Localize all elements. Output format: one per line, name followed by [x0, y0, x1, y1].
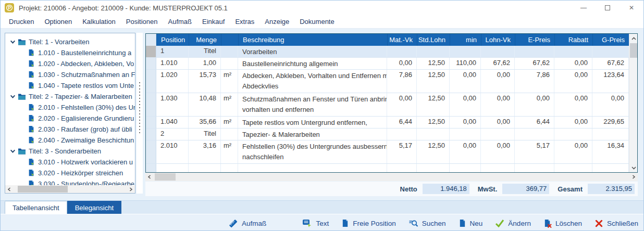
- scroll-right-icon[interactable]: [127, 185, 135, 193]
- menu-item-extras[interactable]: Extras: [230, 15, 259, 28]
- cell-matvk: 0,00: [387, 93, 417, 116]
- cell-menge: 3,16: [189, 140, 221, 163]
- table-row[interactable]: 1.03010,48m²Schutzmaßnahmen an Fenster u…: [146, 93, 629, 117]
- table-row[interactable]: 1.0101,00Baustelleneinrichtung allgemein…: [146, 58, 629, 70]
- app-logo-icon: [5, 3, 14, 12]
- header-menge[interactable]: Menge: [189, 34, 221, 46]
- menu-item-drucken[interactable]: Drucken: [4, 15, 39, 28]
- tree-node-title[interactable]: Titel: 2 - Tapezier- & Malerarbeiten: [5, 91, 135, 102]
- scroll-down-icon[interactable]: [629, 163, 638, 172]
- cell-pos: 2: [156, 129, 189, 140]
- header-beschreibung[interactable]: Beschreibung: [238, 34, 387, 46]
- cell-unit: [221, 58, 238, 69]
- toolbar-button-schließen[interactable]: Schließen: [595, 219, 638, 228]
- cell-marker: [146, 117, 156, 128]
- toolbar-button-neu[interactable]: Neu: [459, 219, 483, 227]
- toolbar-button-label: Aufmaß: [242, 220, 266, 227]
- document-icon: [27, 158, 35, 166]
- toolbar-button-freie-position[interactable]: Freie Position: [341, 219, 396, 227]
- menu-item-anzeige[interactable]: Anzeige: [259, 15, 294, 28]
- grid-vertical-scrollbar[interactable]: [629, 34, 637, 172]
- scroll-left-icon[interactable]: [145, 173, 154, 181]
- chevron-down-icon[interactable]: [9, 39, 16, 45]
- grid-body: 1TitelVorarbeiten1.0101,00Baustelleneinr…: [146, 46, 629, 172]
- tree-horizontal-scrollbar[interactable]: [5, 185, 135, 193]
- header-std-lohn[interactable]: Std.Lohn: [417, 34, 450, 46]
- header-min[interactable]: min: [450, 34, 481, 46]
- tree-node-position[interactable]: 3.020 - Heizkörper streichen: [5, 168, 135, 178]
- description-line: vorhalten und entfernen: [242, 105, 387, 115]
- tree-node-position[interactable]: 1.010 - Baustelleneinrichtung a: [5, 47, 135, 58]
- header-g-preis[interactable]: G-Preis: [592, 34, 629, 46]
- menu-item-optionen[interactable]: Optionen: [39, 15, 77, 28]
- toolbar-button-aufmaß[interactable]: Aufmaß: [228, 219, 266, 228]
- chevron-down-icon[interactable]: [9, 94, 16, 99]
- header-lohn-vk[interactable]: Lohn-Vk: [481, 34, 515, 46]
- cell-matvk: 6,44: [387, 117, 417, 128]
- grid-vscroll-thumb[interactable]: [630, 43, 637, 58]
- tree-scroll-thumb[interactable]: [18, 186, 68, 192]
- cell-besch: Abdecken, Abkleben, Vorhalten und Entfer…: [238, 70, 387, 93]
- maximize-button[interactable]: [596, 1, 620, 15]
- cell-pos: 1.040: [156, 117, 189, 128]
- menu-item-positionen[interactable]: Positionen: [121, 15, 163, 28]
- table-row[interactable]: 1TitelVorarbeiten: [146, 46, 629, 58]
- cell-matvk: [387, 46, 417, 57]
- header-unit[interactable]: [221, 34, 238, 46]
- grid-horizontal-scrollbar[interactable]: [145, 173, 638, 181]
- tree-node-position[interactable]: 2.020 - Egalisierende Grundieru: [5, 113, 135, 124]
- tab-tabellenansicht[interactable]: Tabellenansicht: [5, 201, 67, 214]
- close-button[interactable]: ✕: [620, 1, 643, 15]
- totals-bar: Netto 1.946,18 MwSt. 369,77 Gesamt 2.315…: [145, 182, 638, 196]
- tree-node-title[interactable]: Titel: 1 - Vorarbeiten: [5, 36, 135, 47]
- tree-node-label: 2.030 - Raufaser (grob) auf übli: [38, 125, 132, 133]
- header-mat-vk[interactable]: Mat.-Vk: [387, 34, 417, 46]
- tree-node-position[interactable]: 1.020 - Abdecken, Abkleben, Vo: [5, 58, 135, 69]
- tree-node-position[interactable]: 2.040 - Zweimalige Beschichtun: [5, 135, 135, 146]
- panel-splitter[interactable]: [137, 33, 143, 194]
- description-line: Tapete restlos vom Untergrund entfernen,: [242, 118, 387, 128]
- description-line: Abdecken, Abkleben, Vorhalten und Entfer…: [242, 71, 387, 81]
- menu-item-einkauf[interactable]: Einkauf: [197, 15, 230, 28]
- cell-marker: [146, 164, 156, 172]
- table-row[interactable]: 1.02015,73m²Abdecken, Abkleben, Vorhalte…: [146, 70, 629, 93]
- menu-item-kalkulation[interactable]: Kalkulation: [77, 15, 121, 28]
- cell-matvk: [387, 164, 417, 172]
- cell-lohnvk: 0,00: [481, 117, 515, 128]
- cell-besch: Tapezier- & Malerarbeiten: [238, 129, 387, 140]
- minimize-button[interactable]: —: [572, 1, 596, 15]
- scroll-up-icon[interactable]: [629, 34, 638, 43]
- cell-menge: Titel: [189, 129, 221, 140]
- tab-belegansicht[interactable]: Belegansicht: [67, 201, 121, 214]
- table-row[interactable]: 1.04035,66m²Tapete restlos vom Untergrun…: [146, 117, 629, 129]
- view-tab-bar: Tabellenansicht Belegansicht: [1, 200, 643, 214]
- cell-min: 0,00: [450, 93, 481, 116]
- toolbar-button-löschen[interactable]: Löschen: [543, 219, 582, 228]
- table-row[interactable]: 2.0103,16m²Fehlstellen (30%) des Untergr…: [146, 140, 629, 164]
- header-e-preis[interactable]: E-Preis: [515, 34, 554, 46]
- tree-node-position[interactable]: 2.010 - Fehlstellen (30%) des Un: [5, 102, 135, 113]
- table-row[interactable]: 2TitelTapezier- & Malerarbeiten: [146, 129, 629, 140]
- toolbar-button-suchen[interactable]: Suchen: [408, 219, 446, 228]
- header-rabatt[interactable]: Rabatt: [554, 34, 592, 46]
- tree-node-position[interactable]: 3.010 - Holzwerk vorlackieren u: [5, 157, 135, 168]
- menu-item-aufmaß[interactable]: Aufmaß: [163, 15, 197, 28]
- scroll-right-icon[interactable]: [629, 173, 638, 181]
- bottom-toolbar: Aufmaß TextFreie PositionSuchenNeuÄndern…: [1, 214, 643, 231]
- tree-node-position[interactable]: 1.030 - Schutzmaßnahmen an F: [5, 69, 135, 80]
- toolbar-button-text[interactable]: Text: [302, 219, 329, 228]
- header-position[interactable]: Position: [156, 34, 189, 46]
- cell-marker: [146, 46, 156, 57]
- tree-node-title[interactable]: Titel: 3 - Sonderarbeiten: [5, 146, 135, 157]
- toolbar-button-ändern[interactable]: Ändern: [495, 219, 531, 227]
- cell-min: 0,00: [450, 70, 481, 93]
- grid-hscroll-thumb[interactable]: [155, 173, 176, 181]
- cell-pos: 1.030: [156, 93, 189, 116]
- description-line: Baustelleneinrichtung allgemein: [242, 59, 387, 69]
- tree-node-position[interactable]: 2.030 - Raufaser (grob) auf übli: [5, 124, 135, 135]
- menu-item-dokumente[interactable]: Dokumente: [294, 15, 339, 28]
- chevron-down-icon[interactable]: [9, 148, 16, 154]
- scroll-left-icon[interactable]: [5, 185, 14, 193]
- tree-node-position[interactable]: 1.040 - Tapete restlos vom Unte: [5, 80, 135, 91]
- tree-node-position[interactable]: 3.030 - Stundenlohn-/Regiearbe: [5, 178, 135, 185]
